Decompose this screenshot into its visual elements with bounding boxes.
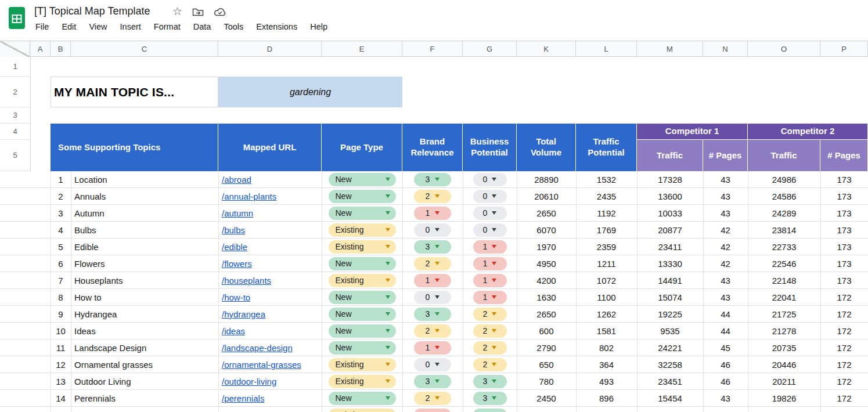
row-index-cell[interactable]: 3 bbox=[51, 205, 71, 221]
cloud-saved-icon[interactable] bbox=[214, 8, 226, 17]
competitor1-traffic-cell[interactable]: 20877 bbox=[637, 222, 703, 238]
header-mapped-url[interactable]: Mapped URL bbox=[218, 124, 322, 171]
competitor2-traffic-cell[interactable]: 20446 bbox=[748, 356, 820, 373]
competitor2-traffic-cell[interactable]: 21278 bbox=[748, 323, 820, 339]
competitor2-traffic-cell[interactable]: 22148 bbox=[748, 272, 820, 288]
row-index-cell[interactable]: 12 bbox=[51, 356, 71, 373]
header-c2-pages[interactable]: # Pages bbox=[820, 140, 868, 171]
mapped-url-link[interactable]: /plants bbox=[222, 410, 247, 412]
competitor1-pages-cell[interactable]: 43 bbox=[703, 171, 748, 187]
row-index-cell[interactable]: 10 bbox=[51, 323, 71, 339]
menu-view[interactable]: View bbox=[88, 21, 108, 32]
traffic-potential-cell[interactable]: 802 bbox=[576, 339, 637, 356]
select-all-corner[interactable] bbox=[0, 41, 30, 57]
competitor2-traffic-cell[interactable]: 20735 bbox=[748, 339, 820, 356]
competitor1-traffic-cell[interactable]: 13330 bbox=[637, 255, 703, 272]
row-index-cell[interactable]: 9 bbox=[51, 306, 71, 322]
competitor1-traffic-cell[interactable]: 23411 bbox=[637, 238, 703, 255]
topic-cell[interactable]: Landscape Design bbox=[71, 339, 218, 356]
competitor2-traffic-cell[interactable]: 19826 bbox=[748, 390, 820, 406]
total-volume-cell[interactable]: 2650 bbox=[517, 306, 576, 322]
page-type-dropdown[interactable]: New bbox=[329, 207, 396, 220]
business-potential-dropdown[interactable]: 3 bbox=[473, 375, 507, 388]
brand-relevance-dropdown[interactable]: 3 bbox=[414, 308, 451, 321]
brand-relevance-dropdown[interactable]: 3 bbox=[414, 173, 451, 186]
topic-cell[interactable]: Houseplants bbox=[71, 272, 218, 288]
traffic-potential-cell[interactable]: 1532 bbox=[576, 171, 637, 187]
competitor2-traffic-cell[interactable]: 19349 bbox=[748, 407, 820, 412]
total-volume-cell[interactable]: 28890 bbox=[517, 171, 576, 187]
competitor1-pages-cell[interactable]: 42 bbox=[703, 222, 748, 238]
row-header-2[interactable]: 2 bbox=[0, 77, 30, 107]
mapped-url-link[interactable]: /how-to bbox=[222, 292, 250, 302]
row-index-cell[interactable]: 15 bbox=[51, 407, 71, 412]
competitor1-traffic-cell[interactable]: 14491 bbox=[637, 272, 703, 288]
traffic-potential-cell[interactable]: 1581 bbox=[576, 323, 637, 339]
competitor2-pages-cell[interactable]: 173 bbox=[820, 188, 868, 204]
main-topic-label-cell[interactable]: MY MAIN TOPIC IS... bbox=[51, 77, 218, 107]
topic-cell[interactable]: Hydrangea bbox=[71, 306, 218, 322]
page-type-dropdown[interactable]: Existing bbox=[329, 240, 396, 254]
total-volume-cell[interactable]: 600 bbox=[517, 323, 576, 339]
column-header-O[interactable]: O bbox=[748, 41, 820, 56]
business-potential-dropdown[interactable]: 0 bbox=[473, 223, 507, 237]
brand-relevance-dropdown[interactable]: 0 bbox=[414, 291, 451, 304]
column-header-N[interactable]: N bbox=[703, 41, 748, 56]
mapped-url-link[interactable]: /bulbs bbox=[222, 225, 245, 235]
mapped-url-link[interactable]: /autumn bbox=[222, 208, 253, 218]
competitor1-traffic-cell[interactable]: 10033 bbox=[637, 205, 703, 221]
header-competitor-1[interactable]: Competitor 1 bbox=[637, 124, 748, 140]
competitor1-pages-cell[interactable]: 44 bbox=[703, 306, 748, 322]
business-potential-dropdown[interactable]: 1 bbox=[473, 291, 507, 304]
competitor1-pages-cell[interactable]: 46 bbox=[703, 356, 748, 373]
competitor2-pages-cell[interactable]: 173 bbox=[820, 205, 868, 221]
brand-relevance-dropdown[interactable]: 2 bbox=[414, 257, 451, 270]
topic-cell[interactable]: Outdoor Living bbox=[71, 373, 218, 389]
page-type-dropdown[interactable]: New bbox=[329, 341, 396, 355]
business-potential-dropdown[interactable]: 0 bbox=[473, 190, 507, 203]
brand-relevance-dropdown[interactable]: 3 bbox=[414, 375, 451, 388]
total-volume-cell[interactable]: 4200 bbox=[517, 272, 576, 288]
competitor2-traffic-cell[interactable]: 24986 bbox=[748, 171, 820, 187]
total-volume-cell[interactable]: 4950 bbox=[517, 255, 576, 272]
competitor2-pages-cell[interactable]: 172 bbox=[820, 356, 868, 373]
column-header-D[interactable]: D bbox=[218, 41, 322, 56]
competitor2-traffic-cell[interactable]: 22733 bbox=[748, 238, 820, 255]
menu-edit[interactable]: Edit bbox=[60, 21, 77, 32]
competitor1-pages-cell[interactable]: 46 bbox=[703, 373, 748, 389]
column-header-L[interactable]: L bbox=[576, 41, 637, 56]
header-c2-traffic[interactable]: Traffic bbox=[748, 140, 820, 171]
row-index-cell[interactable]: 2 bbox=[51, 188, 71, 204]
page-type-dropdown[interactable]: Existing bbox=[329, 358, 396, 371]
header-c1-traffic[interactable]: Traffic bbox=[637, 140, 703, 171]
brand-relevance-dropdown[interactable]: 0 bbox=[414, 358, 451, 371]
page-type-dropdown[interactable]: New bbox=[329, 392, 396, 405]
row-index-cell[interactable]: 4 bbox=[51, 222, 71, 238]
column-header-A[interactable]: A bbox=[30, 41, 51, 56]
row-index-cell[interactable]: 7 bbox=[51, 272, 71, 288]
competitor2-traffic-cell[interactable]: 24586 bbox=[748, 188, 820, 204]
competitor1-pages-cell[interactable]: 43 bbox=[703, 188, 748, 204]
header-business-potential[interactable]: Business Potential bbox=[463, 124, 517, 171]
traffic-potential-cell[interactable]: 493 bbox=[576, 373, 637, 389]
page-type-dropdown[interactable]: Existing bbox=[329, 223, 396, 237]
total-volume-cell[interactable]: 20610 bbox=[517, 188, 576, 204]
row-index-cell[interactable]: 6 bbox=[51, 255, 71, 272]
traffic-potential-cell[interactable]: 1262 bbox=[576, 306, 637, 322]
page-type-dropdown[interactable]: New bbox=[329, 308, 396, 321]
topic-cell[interactable]: Annuals bbox=[71, 188, 218, 204]
topic-cell[interactable]: Autumn bbox=[71, 205, 218, 221]
competitor2-pages-cell[interactable]: 173 bbox=[820, 222, 868, 238]
menu-tools[interactable]: Tools bbox=[222, 21, 244, 32]
page-type-dropdown[interactable]: Existing bbox=[329, 375, 396, 388]
business-potential-dropdown[interactable]: 2 bbox=[473, 324, 507, 338]
traffic-potential-cell[interactable]: 274 bbox=[576, 407, 637, 412]
traffic-potential-cell[interactable]: 364 bbox=[576, 356, 637, 373]
header-page-type[interactable]: Page Type bbox=[322, 124, 402, 171]
row-index-cell[interactable]: 14 bbox=[51, 390, 71, 406]
competitor1-pages-cell[interactable]: 43 bbox=[703, 390, 748, 406]
competitor1-pages-cell[interactable]: 46 bbox=[703, 407, 748, 412]
column-header-E[interactable]: E bbox=[322, 41, 402, 56]
topic-cell[interactable]: Ornamental grasses bbox=[71, 356, 218, 373]
competitor1-traffic-cell[interactable]: 15454 bbox=[637, 390, 703, 406]
